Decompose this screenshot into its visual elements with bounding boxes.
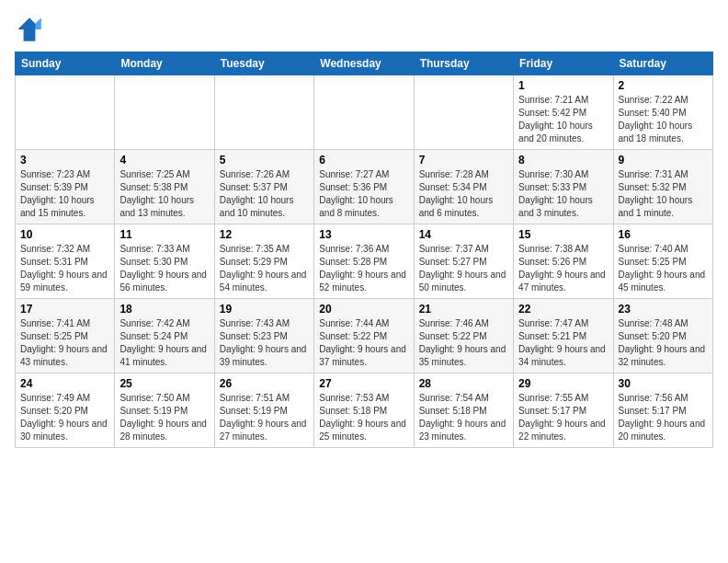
day-number: 21: [419, 303, 508, 316]
column-header-tuesday: Tuesday: [214, 52, 313, 75]
day-cell: 9Sunrise: 7:31 AMSunset: 5:32 PMDaylight…: [613, 150, 712, 224]
day-cell: [214, 75, 313, 150]
day-cell: 16Sunrise: 7:40 AMSunset: 5:25 PMDayligh…: [613, 224, 712, 299]
day-info: Sunrise: 7:44 AMSunset: 5:22 PMDaylight:…: [319, 317, 408, 369]
day-number: 4: [119, 154, 209, 167]
day-number: 12: [220, 228, 309, 241]
day-cell: [314, 75, 414, 150]
day-number: 14: [419, 228, 508, 241]
logo: [15, 15, 48, 44]
day-cell: 25Sunrise: 7:50 AMSunset: 5:19 PMDayligh…: [115, 373, 214, 448]
day-cell: 20Sunrise: 7:44 AMSunset: 5:22 PMDayligh…: [314, 299, 414, 373]
day-cell: 22Sunrise: 7:47 AMSunset: 5:21 PMDayligh…: [514, 299, 613, 373]
day-cell: 12Sunrise: 7:35 AMSunset: 5:29 PMDayligh…: [214, 224, 313, 299]
day-cell: 23Sunrise: 7:48 AMSunset: 5:20 PMDayligh…: [613, 299, 712, 373]
day-number: 18: [119, 303, 209, 316]
day-cell: 15Sunrise: 7:38 AMSunset: 5:26 PMDayligh…: [514, 224, 613, 299]
day-number: 23: [619, 303, 708, 316]
day-number: 5: [220, 154, 309, 167]
day-info: Sunrise: 7:40 AMSunset: 5:25 PMDaylight:…: [619, 243, 708, 294]
svg-marker-1: [35, 17, 40, 29]
day-number: 25: [119, 377, 209, 390]
day-info: Sunrise: 7:50 AMSunset: 5:19 PMDaylight:…: [119, 392, 209, 443]
day-number: 22: [518, 303, 608, 316]
day-number: 8: [518, 154, 608, 167]
day-info: Sunrise: 7:35 AMSunset: 5:29 PMDaylight:…: [220, 243, 309, 294]
day-info: Sunrise: 7:25 AMSunset: 5:38 PMDaylight:…: [119, 168, 209, 220]
day-cell: 18Sunrise: 7:42 AMSunset: 5:24 PMDayligh…: [115, 299, 214, 373]
week-row-1: 1Sunrise: 7:21 AMSunset: 5:42 PMDaylight…: [16, 75, 713, 150]
day-cell: [16, 75, 115, 150]
week-row-5: 24Sunrise: 7:49 AMSunset: 5:20 PMDayligh…: [16, 373, 713, 448]
calendar-body: 1Sunrise: 7:21 AMSunset: 5:42 PMDaylight…: [16, 75, 713, 448]
day-info: Sunrise: 7:38 AMSunset: 5:26 PMDaylight:…: [518, 243, 608, 294]
day-info: Sunrise: 7:42 AMSunset: 5:24 PMDaylight:…: [119, 317, 209, 369]
day-cell: 27Sunrise: 7:53 AMSunset: 5:18 PMDayligh…: [314, 373, 414, 448]
day-info: Sunrise: 7:21 AMSunset: 5:42 PMDaylight:…: [518, 94, 608, 145]
day-cell: 26Sunrise: 7:51 AMSunset: 5:19 PMDayligh…: [214, 373, 313, 448]
day-info: Sunrise: 7:49 AMSunset: 5:20 PMDaylight:…: [20, 392, 109, 443]
column-header-friday: Friday: [514, 52, 613, 75]
day-info: Sunrise: 7:53 AMSunset: 5:18 PMDaylight:…: [319, 392, 408, 443]
page-header: [15, 15, 713, 44]
day-number: 28: [419, 377, 508, 390]
day-cell: 8Sunrise: 7:30 AMSunset: 5:33 PMDaylight…: [514, 150, 613, 224]
day-info: Sunrise: 7:55 AMSunset: 5:17 PMDaylight:…: [518, 392, 608, 443]
day-info: Sunrise: 7:41 AMSunset: 5:25 PMDaylight:…: [20, 317, 109, 369]
day-number: 19: [220, 303, 309, 316]
day-number: 3: [20, 154, 109, 167]
day-info: Sunrise: 7:23 AMSunset: 5:39 PMDaylight:…: [20, 168, 109, 220]
day-cell: 6Sunrise: 7:27 AMSunset: 5:36 PMDaylight…: [314, 150, 414, 224]
day-cell: 10Sunrise: 7:32 AMSunset: 5:31 PMDayligh…: [16, 224, 115, 299]
day-info: Sunrise: 7:48 AMSunset: 5:20 PMDaylight:…: [619, 317, 708, 369]
day-info: Sunrise: 7:36 AMSunset: 5:28 PMDaylight:…: [319, 243, 408, 294]
day-cell: 3Sunrise: 7:23 AMSunset: 5:39 PMDaylight…: [16, 150, 115, 224]
day-info: Sunrise: 7:22 AMSunset: 5:40 PMDaylight:…: [619, 94, 708, 145]
column-header-sunday: Sunday: [16, 52, 115, 75]
day-number: 27: [319, 377, 408, 390]
day-number: 9: [619, 154, 708, 167]
day-info: Sunrise: 7:56 AMSunset: 5:17 PMDaylight:…: [619, 392, 708, 443]
column-header-wednesday: Wednesday: [314, 52, 414, 75]
day-info: Sunrise: 7:26 AMSunset: 5:37 PMDaylight:…: [220, 168, 309, 220]
day-info: Sunrise: 7:31 AMSunset: 5:32 PMDaylight:…: [619, 168, 708, 220]
day-info: Sunrise: 7:30 AMSunset: 5:33 PMDaylight:…: [518, 168, 608, 220]
column-header-saturday: Saturday: [613, 52, 712, 75]
day-number: 30: [619, 377, 708, 390]
week-row-4: 17Sunrise: 7:41 AMSunset: 5:25 PMDayligh…: [16, 299, 713, 373]
day-cell: 24Sunrise: 7:49 AMSunset: 5:20 PMDayligh…: [16, 373, 115, 448]
day-number: 17: [20, 303, 109, 316]
calendar-table: SundayMondayTuesdayWednesdayThursdayFrid…: [15, 52, 713, 448]
day-cell: 7Sunrise: 7:28 AMSunset: 5:34 PMDaylight…: [414, 150, 513, 224]
day-number: 24: [20, 377, 109, 390]
day-number: 2: [619, 79, 708, 92]
day-cell: 11Sunrise: 7:33 AMSunset: 5:30 PMDayligh…: [115, 224, 214, 299]
day-number: 7: [419, 154, 508, 167]
week-row-2: 3Sunrise: 7:23 AMSunset: 5:39 PMDaylight…: [16, 150, 713, 224]
day-info: Sunrise: 7:33 AMSunset: 5:30 PMDaylight:…: [119, 243, 209, 294]
header-row: SundayMondayTuesdayWednesdayThursdayFrid…: [16, 52, 713, 75]
day-cell: 2Sunrise: 7:22 AMSunset: 5:40 PMDaylight…: [613, 75, 712, 150]
day-number: 10: [20, 228, 109, 241]
logo-icon: [15, 15, 44, 44]
day-info: Sunrise: 7:28 AMSunset: 5:34 PMDaylight:…: [419, 168, 508, 220]
day-cell: 1Sunrise: 7:21 AMSunset: 5:42 PMDaylight…: [514, 75, 613, 150]
day-cell: 4Sunrise: 7:25 AMSunset: 5:38 PMDaylight…: [115, 150, 214, 224]
day-info: Sunrise: 7:32 AMSunset: 5:31 PMDaylight:…: [20, 243, 109, 294]
day-cell: 30Sunrise: 7:56 AMSunset: 5:17 PMDayligh…: [613, 373, 712, 448]
day-number: 29: [518, 377, 608, 390]
day-cell: [115, 75, 214, 150]
day-info: Sunrise: 7:43 AMSunset: 5:23 PMDaylight:…: [220, 317, 309, 369]
day-cell: [414, 75, 513, 150]
day-info: Sunrise: 7:51 AMSunset: 5:19 PMDaylight:…: [220, 392, 309, 443]
column-header-monday: Monday: [115, 52, 214, 75]
day-info: Sunrise: 7:47 AMSunset: 5:21 PMDaylight:…: [518, 317, 608, 369]
day-number: 15: [518, 228, 608, 241]
day-cell: 29Sunrise: 7:55 AMSunset: 5:17 PMDayligh…: [514, 373, 613, 448]
day-cell: 28Sunrise: 7:54 AMSunset: 5:18 PMDayligh…: [414, 373, 513, 448]
day-cell: 13Sunrise: 7:36 AMSunset: 5:28 PMDayligh…: [314, 224, 414, 299]
day-info: Sunrise: 7:46 AMSunset: 5:22 PMDaylight:…: [419, 317, 508, 369]
week-row-3: 10Sunrise: 7:32 AMSunset: 5:31 PMDayligh…: [16, 224, 713, 299]
day-number: 6: [319, 154, 408, 167]
day-cell: 17Sunrise: 7:41 AMSunset: 5:25 PMDayligh…: [16, 299, 115, 373]
